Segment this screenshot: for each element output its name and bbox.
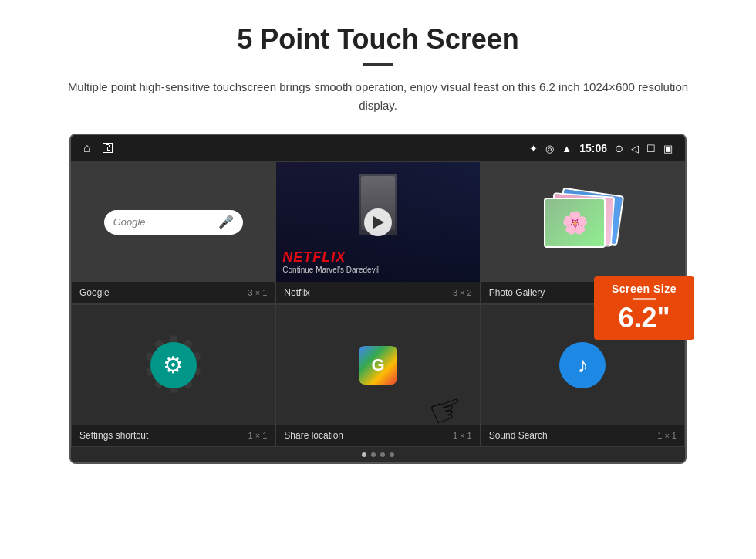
sound-size: 1 × 1 bbox=[657, 431, 677, 440]
wifi-icon: ▲ bbox=[562, 143, 572, 154]
netflix-subtitle: Continue Marvel's Daredevil bbox=[282, 266, 379, 274]
page-container: 5 Point Touch Screen Multiple point high… bbox=[0, 0, 756, 479]
google-content: Google 🎤 bbox=[72, 162, 275, 282]
page-title: 5 Point Touch Screen bbox=[237, 23, 518, 56]
netflix-logo: NETFLIX bbox=[282, 249, 379, 266]
dot-3[interactable] bbox=[380, 452, 385, 457]
google-size: 3 × 1 bbox=[248, 288, 268, 297]
app-cell-settings[interactable]: ⚙ ⚙ Settings shortcut 1 × 1 bbox=[71, 304, 275, 447]
page-description: Multiple point high-sensitive touchscree… bbox=[62, 78, 694, 115]
dot-1[interactable] bbox=[362, 452, 366, 457]
screen-off-icon[interactable]: ☐ bbox=[646, 143, 656, 154]
usb-icon: ⚿ bbox=[102, 141, 114, 155]
google-mic-icon[interactable]: 🎤 bbox=[218, 215, 234, 229]
camera-icon[interactable]: ⊙ bbox=[615, 143, 623, 154]
app-cell-netflix[interactable]: NETFLIX Continue Marvel's Daredevil Netf… bbox=[275, 161, 480, 304]
status-bar: ⌂ ⚿ ✦ ◎ ▲ 15:06 ⊙ ◁ ☐ ▣ bbox=[71, 135, 685, 161]
home-icon[interactable]: ⌂ bbox=[83, 141, 91, 155]
netflix-content: NETFLIX Continue Marvel's Daredevil bbox=[276, 162, 479, 282]
app-cell-location[interactable]: G ☞ Share location 1 × 1 bbox=[275, 304, 480, 447]
settings-icon: ⚙ bbox=[150, 342, 197, 388]
device-container: ⌂ ⚿ ✦ ◎ ▲ 15:06 ⊙ ◁ ☐ ▣ bbox=[69, 134, 687, 464]
badge-size: 6.2" bbox=[602, 303, 687, 334]
badge-divider bbox=[633, 298, 656, 300]
dot-2[interactable] bbox=[371, 452, 376, 457]
settings-size: 1 × 1 bbox=[248, 431, 268, 440]
netflix-play-button[interactable] bbox=[364, 208, 392, 236]
google-logo-text: Google bbox=[113, 216, 146, 228]
google-label: Google bbox=[79, 287, 110, 298]
pagination-dots bbox=[71, 447, 685, 462]
location-size: 1 × 1 bbox=[453, 431, 472, 440]
badge-title: Screen Size bbox=[602, 283, 687, 295]
gallery-content: 🌸 bbox=[481, 162, 684, 282]
netflix-text-overlay: NETFLIX Continue Marvel's Daredevil bbox=[282, 249, 379, 274]
sound-label-row: Sound Search 1 × 1 bbox=[481, 425, 684, 446]
settings-label-row: Settings shortcut 1 × 1 bbox=[72, 425, 275, 446]
app-cell-google[interactable]: Google 🎤 Google 3 × 1 bbox=[71, 161, 275, 304]
volume-icon[interactable]: ◁ bbox=[631, 143, 639, 154]
settings-label: Settings shortcut bbox=[79, 430, 148, 441]
netflix-size: 3 × 2 bbox=[453, 288, 472, 297]
flower-icon: 🌸 bbox=[562, 210, 589, 235]
title-divider bbox=[363, 63, 393, 66]
gallery-label: Photo Gallery bbox=[489, 287, 545, 298]
photo-stack: 🌸 bbox=[544, 191, 621, 253]
status-time: 15:06 bbox=[579, 142, 607, 154]
maps-icon: G bbox=[359, 346, 397, 385]
bluetooth-icon: ✦ bbox=[529, 143, 538, 154]
settings-content: ⚙ ⚙ bbox=[72, 305, 275, 425]
location-icon: ◎ bbox=[545, 143, 554, 154]
screen-size-badge: Screen Size 6.2" bbox=[594, 276, 694, 340]
netflix-label: Netflix bbox=[284, 287, 309, 298]
status-bar-right: ✦ ◎ ▲ 15:06 ⊙ ◁ ☐ ▣ bbox=[529, 142, 673, 154]
netflix-bg: NETFLIX Continue Marvel's Daredevil bbox=[276, 162, 479, 282]
dot-4[interactable] bbox=[390, 452, 394, 457]
sound-icon: ♪ bbox=[559, 342, 606, 388]
window-icon[interactable]: ▣ bbox=[663, 143, 673, 154]
location-content: G ☞ bbox=[276, 305, 479, 425]
status-bar-left: ⌂ ⚿ bbox=[83, 141, 114, 155]
sound-label: Sound Search bbox=[489, 430, 548, 441]
netflix-label-row: Netflix 3 × 2 bbox=[276, 282, 479, 303]
photo-card-3: 🌸 bbox=[544, 198, 606, 248]
google-search-bar[interactable]: Google 🎤 bbox=[104, 210, 243, 235]
google-label-row: Google 3 × 1 bbox=[72, 282, 275, 303]
location-label: Share location bbox=[284, 430, 343, 441]
app-grid: Google 🎤 Google 3 × 1 bbox=[71, 161, 685, 447]
